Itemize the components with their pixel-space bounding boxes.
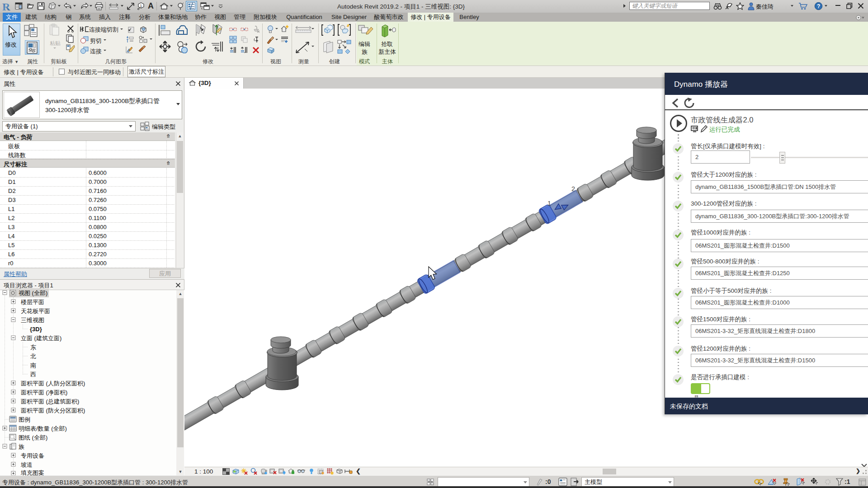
svg-text:面积平面 (净面积): 面积平面 (净面积) [21,389,67,396]
svg-text:北: 北 [30,353,36,360]
svg-text:西: 西 [30,371,36,378]
svg-text:南: 南 [30,362,36,369]
svg-text:2: 2 [571,185,575,192]
svg-text:专用设备: 专用设备 [21,452,44,459]
svg-text:面积平面 (人防分区面积): 面积平面 (人防分区面积) [21,380,85,387]
svg-text:楼层平面: 楼层平面 [21,299,44,305]
svg-text:三维视图: 三维视图 [21,317,44,324]
svg-text:1: 1 [547,200,551,207]
svg-text:图纸 (全部): 图纸 (全部) [19,434,47,441]
svg-text:天花板平面: 天花板平面 [21,308,50,314]
svg-text:图例: 图例 [19,416,30,423]
svg-text:面积平面 (防火分区面积): 面积平面 (防火分区面积) [21,407,85,414]
svg-text:明细表/数量 (全部): 明细表/数量 (全部) [19,425,67,432]
svg-text:族: 族 [19,443,24,450]
svg-text:立面 (建筑立面): 立面 (建筑立面) [21,335,61,342]
svg-text:坡道: 坡道 [20,461,33,468]
svg-text:东: 东 [30,344,36,351]
svg-text:{3D}: {3D} [30,326,42,333]
svg-text:R: R [2,1,10,12]
svg-text:面积平面 (总建筑面积): 面积平面 (总建筑面积) [21,398,79,405]
svg-text:?: ? [817,3,820,9]
svg-text:视图 (全部): 视图 (全部) [19,290,47,296]
